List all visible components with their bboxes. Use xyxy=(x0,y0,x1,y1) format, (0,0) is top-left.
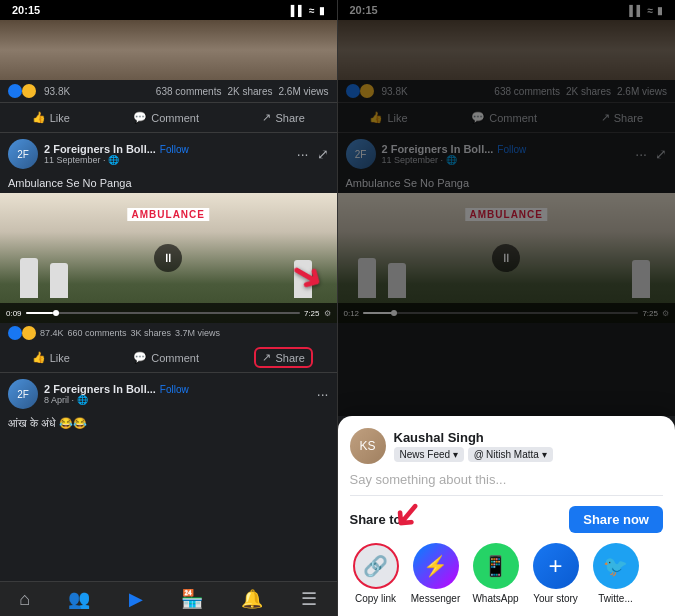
post-date-2: 8 April · 🌐 xyxy=(44,395,311,405)
bottom-nav-left: ⌂ 👥 ▶ 🏪 🔔 ☰ xyxy=(0,581,337,616)
share-messenger[interactable]: ⚡ Messenger xyxy=(410,543,462,604)
messenger-circle[interactable]: ⚡ xyxy=(413,543,459,589)
marketplace-icon: 🏪 xyxy=(181,588,203,610)
avatar-2: 2F xyxy=(8,379,38,409)
left-phone: 20:15 ▌▌ ≈ ▮ 93.8K 638 comments 2K share… xyxy=(0,0,338,616)
comment-button-2[interactable]: 💬 Comment xyxy=(125,347,207,368)
total-time-1: 7:25 xyxy=(304,309,320,318)
shares-count: 2K shares xyxy=(227,86,272,97)
reaction-icons xyxy=(8,84,36,98)
haha-reaction xyxy=(22,84,36,98)
status-bar-left: 20:15 ▌▌ ≈ ▮ xyxy=(0,0,337,20)
share-icons-row: 🔗 Copy link ⚡ Messenger 📱 WhatsApp + You… xyxy=(350,543,664,604)
reaction-icons-2 xyxy=(8,326,36,340)
expand-icon-1[interactable]: ⤢ xyxy=(317,146,329,162)
views-2: 3.7M views xyxy=(175,328,220,338)
video-icon: ▶ xyxy=(129,588,143,610)
dim-overlay xyxy=(338,0,676,416)
share-copy-link[interactable]: 🔗 Copy link xyxy=(350,543,402,604)
post-title-2: आंख के अंधे 😂😂 xyxy=(0,415,337,434)
post-author-1: 2 Foreigners In Boll... xyxy=(44,143,156,155)
twitter-label: Twitte... xyxy=(598,593,632,604)
post-header-2: 2F 2 Foreigners In Boll... Follow 8 Apri… xyxy=(0,373,337,415)
nav-home[interactable]: ⌂ xyxy=(19,589,30,610)
bottom-content-left xyxy=(0,434,337,581)
post-follow-2[interactable]: Follow xyxy=(160,384,189,395)
bell-icon: 🔔 xyxy=(241,588,263,610)
figure-2 xyxy=(50,263,68,298)
comment-icon-1: 💬 xyxy=(133,111,147,124)
share-twitter[interactable]: 🐦 Twitte... xyxy=(590,543,642,604)
share-user-row: KS Kaushal Singh News Feed ▾ @ Nitish Ma… xyxy=(350,428,664,464)
nav-notifications[interactable]: 🔔 xyxy=(241,588,263,610)
post-meta-2: 2 Foreigners In Boll... Follow 8 April ·… xyxy=(44,383,311,405)
home-icon: ⌂ xyxy=(19,589,30,610)
reaction-count: 93.8K xyxy=(44,86,70,97)
more-icon-1[interactable]: ··· xyxy=(297,146,309,162)
news-feed-dropdown[interactable]: News Feed ▾ xyxy=(394,447,464,462)
share-now-button[interactable]: Share now xyxy=(569,506,663,533)
battery-icon: ▮ xyxy=(319,5,325,16)
your-story-circle[interactable]: + xyxy=(533,543,579,589)
reaction-bar-2: 87.4K 660 comments 3K shares 3.7M views xyxy=(0,323,337,343)
like-button-1[interactable]: 👍 Like xyxy=(24,107,78,128)
comment-button-1[interactable]: 💬 Comment xyxy=(125,107,207,128)
signal-icon: ▌▌ xyxy=(291,5,305,16)
gear-icon-1[interactable]: ⚙ xyxy=(324,309,331,318)
arrow-container-1: ➜ xyxy=(291,255,325,295)
status-icons-left: ▌▌ ≈ ▮ xyxy=(291,5,325,16)
comments-2: 660 comments xyxy=(68,328,127,338)
share-button-1[interactable]: ↗ Share xyxy=(254,107,312,128)
post-actions-2: ··· xyxy=(317,386,329,402)
post-header-1: 2F 2 Foreigners In Boll... Follow 11 Sep… xyxy=(0,133,337,175)
more-icon-2[interactable]: ··· xyxy=(317,386,329,402)
twitter-circle[interactable]: 🐦 xyxy=(593,543,639,589)
action-row-1: 👍 Like 💬 Comment ↗ Share xyxy=(0,103,337,133)
nav-menu[interactable]: ☰ xyxy=(301,588,317,610)
views-count: 2.6M views xyxy=(278,86,328,97)
post-actions-1: ··· ⤢ xyxy=(297,146,329,162)
nav-marketplace[interactable]: 🏪 xyxy=(181,588,203,610)
tag-dropdown[interactable]: @ Nitish Matta ▾ xyxy=(468,447,553,462)
video-thumb-1[interactable]: AMBULANCE ⏸ 0:09 7:25 ⚙ ➜ xyxy=(0,193,337,323)
share-placeholder[interactable]: Say something about this... xyxy=(350,472,664,496)
shares-2: 3K shares xyxy=(131,328,172,338)
avatar-1: 2F xyxy=(8,139,38,169)
share-user-name: Kaushal Singh xyxy=(394,430,553,445)
post-meta-1: 2 Foreigners In Boll... Follow 11 Septem… xyxy=(44,143,291,165)
current-time-1: 0:09 xyxy=(6,309,22,318)
like-button-2[interactable]: 👍 Like xyxy=(24,347,78,368)
whatsapp-circle[interactable]: 📱 xyxy=(473,543,519,589)
progress-fill-1 xyxy=(26,312,53,314)
like-reaction-2 xyxy=(8,326,22,340)
share-icon-1: ↗ xyxy=(262,111,271,124)
comment-icon-2: 💬 xyxy=(133,351,147,364)
nav-friends[interactable]: 👥 xyxy=(68,588,90,610)
share-dropdowns: News Feed ▾ @ Nitish Matta ▾ xyxy=(394,447,553,462)
copy-link-circle[interactable]: 🔗 xyxy=(353,543,399,589)
share-icon-2: ↗ xyxy=(262,351,271,364)
post-follow-1[interactable]: Follow xyxy=(160,144,189,155)
friends-icon: 👥 xyxy=(68,588,90,610)
reaction-count-2: 87.4K xyxy=(40,328,64,338)
share-user-info: Kaushal Singh News Feed ▾ @ Nitish Matta… xyxy=(394,430,553,462)
progress-dot-1 xyxy=(53,310,59,316)
ambulance-text-1: AMBULANCE xyxy=(128,208,209,221)
figure-1 xyxy=(20,258,38,298)
nav-video[interactable]: ▶ xyxy=(129,588,143,610)
play-pause-1[interactable]: ⏸ xyxy=(154,244,182,272)
progress-bar-1[interactable] xyxy=(26,312,300,314)
messenger-label: Messenger xyxy=(411,593,460,604)
video-hero-left[interactable] xyxy=(0,20,337,80)
your-story-label: Your story xyxy=(533,593,578,604)
video-time-bar-1: 0:09 7:25 ⚙ xyxy=(0,303,337,323)
reaction-stats: 638 comments 2K shares 2.6M views xyxy=(156,86,329,97)
like-reaction xyxy=(8,84,22,98)
time-left: 20:15 xyxy=(12,4,40,16)
share-your-story[interactable]: + Your story xyxy=(530,543,582,604)
copy-link-label: Copy link xyxy=(355,593,396,604)
share-button-2[interactable]: ↗ Share xyxy=(254,347,312,368)
whatsapp-label: WhatsApp xyxy=(472,593,518,604)
share-whatsapp[interactable]: 📱 WhatsApp xyxy=(470,543,522,604)
like-icon-2: 👍 xyxy=(32,351,46,364)
